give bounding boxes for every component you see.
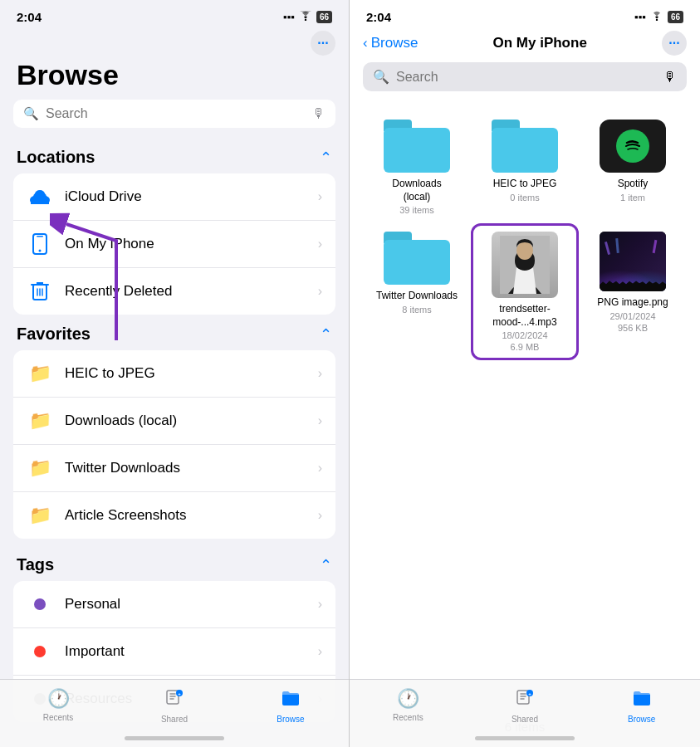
favorites-chevron[interactable]: ⌃ — [320, 325, 332, 344]
on-my-iphone-label: On My iPhone — [65, 236, 318, 252]
locations-header: Locations ⌃ — [0, 141, 349, 170]
svg-point-8 — [39, 250, 42, 252]
locations-chevron[interactable]: ⌃ — [320, 149, 332, 167]
favorites-title: Favorites — [17, 325, 91, 344]
file-item-twitter-dl[interactable]: Twitter Downloads 8 items — [363, 223, 471, 360]
file-item-heic[interactable]: HEIC to JPEG 0 items — [471, 111, 579, 223]
folder-thumb-heic — [492, 120, 558, 173]
article-fav-label: Article Screenshots — [65, 507, 318, 524]
time-left: 2:04 — [17, 10, 42, 24]
twitter-fav-item[interactable]: 📁 Twitter Downloads › — [13, 445, 335, 492]
file-item-downloads-local[interactable]: Downloads(local) 39 items — [363, 111, 471, 223]
folder-icon-article: 📁 — [27, 502, 53, 529]
nav-title: On My iPhone — [493, 35, 587, 51]
time-right: 2:04 — [366, 10, 391, 24]
file-meta-trendsetter-size: 6.9 MB — [511, 342, 540, 352]
left-panel: 2:04 ▪▪▪ 66 ··· Browse 🔍 🎙 Loca — [0, 0, 350, 747]
file-item-spotify[interactable]: Spotify 1 item — [579, 111, 687, 223]
mic-icon-left[interactable]: 🎙 — [312, 106, 326, 121]
folder-thumb-twitter — [384, 232, 450, 285]
tab-browse-right[interactable]: Browse — [583, 688, 700, 724]
file-name-heic: HEIC to JPEG — [493, 178, 557, 191]
mic-icon-right[interactable]: 🎙 — [663, 70, 677, 85]
file-name-png: PNG image.png — [597, 296, 668, 310]
signal-icon: ▪▪▪ — [283, 11, 295, 23]
trash-icon — [27, 278, 53, 305]
top-bar-right: ··· — [0, 27, 349, 56]
shared-label-left: Shared — [161, 715, 188, 724]
file-name-spotify: Spotify — [618, 178, 649, 191]
file-grid: Downloads(local) 39 items HEIC to JPEG 0… — [350, 105, 700, 706]
folder-icon-downloads: 📁 — [27, 408, 53, 434]
tab-shared-left[interactable]: + Shared — [116, 688, 233, 724]
svg-text:+: + — [528, 691, 531, 696]
recents-icon-right: 🕐 — [397, 688, 419, 710]
search-input-left[interactable] — [46, 106, 306, 121]
svg-rect-5 — [31, 199, 49, 204]
mp3-person-art — [492, 232, 558, 298]
tab-recents-left[interactable]: 🕐 Recents — [0, 688, 116, 722]
file-meta-png-date: 29/01/2024 — [609, 311, 655, 321]
tags-chevron[interactable]: ⌃ — [320, 556, 332, 574]
file-name-twitter: Twitter Downloads — [376, 290, 458, 303]
back-chevron-icon: ‹ — [363, 35, 368, 51]
icloud-drive-label: iCloud Drive — [65, 188, 318, 205]
spotify-thumb — [600, 120, 666, 173]
svg-point-6 — [35, 190, 45, 198]
recents-label-left: Recents — [43, 713, 74, 722]
back-button[interactable]: ‹ Browse — [363, 35, 418, 51]
file-meta-heic: 0 items — [510, 193, 539, 203]
important-tag-item[interactable]: Important › — [13, 628, 335, 676]
folder-icon-heic: 📁 — [27, 360, 53, 387]
personal-tag-item[interactable]: Personal › — [13, 581, 335, 628]
more-button-right[interactable]: ··· — [662, 31, 687, 56]
recently-deleted-label: Recently Deleted — [65, 283, 318, 300]
wifi-icon-right — [650, 11, 663, 23]
downloads-fav-item[interactable]: 📁 Downloads (local) › — [13, 398, 335, 445]
status-icons-left: ▪▪▪ 66 — [283, 11, 332, 23]
article-fav-item[interactable]: 📁 Article Screenshots › — [13, 492, 335, 539]
svg-rect-9 — [37, 236, 43, 237]
locations-list: iCloud Drive › On My iPhone › — [13, 173, 335, 315]
recents-label-right: Recents — [393, 713, 423, 722]
battery-right: 66 — [668, 11, 683, 23]
shared-badge-left: + — [164, 688, 184, 711]
home-indicator-right — [475, 736, 575, 740]
heic-jpeg-fav-item[interactable]: 📁 HEIC to JPEG › — [13, 350, 335, 398]
png-thumb — [600, 232, 666, 291]
file-item-trendsetter[interactable]: trendsetter-mood-...4.mp3 18/02/2024 6.9… — [471, 223, 579, 360]
tab-recents-right[interactable]: 🕐 Recents — [350, 688, 467, 722]
file-meta-spotify: 1 item — [620, 193, 645, 203]
spotify-logo — [616, 129, 649, 163]
phone-icon — [27, 231, 53, 257]
signal-icon-right: ▪▪▪ — [634, 11, 646, 23]
status-icons-right: ▪▪▪ 66 — [634, 11, 683, 23]
shared-label-right: Shared — [512, 715, 538, 724]
favorites-list: 📁 HEIC to JPEG › 📁 Downloads (local) › 📁… — [13, 350, 335, 539]
file-name-downloads: Downloads(local) — [392, 178, 441, 203]
on-my-iphone-chevron: › — [318, 237, 322, 251]
wifi-icon — [299, 11, 312, 23]
search-input-right[interactable] — [396, 70, 657, 85]
on-my-iphone-item[interactable]: On My iPhone › — [13, 221, 335, 268]
search-icon-left: 🔍 — [23, 106, 39, 121]
search-bar-left[interactable]: 🔍 🎙 — [13, 100, 335, 128]
file-meta-twitter: 8 items — [402, 305, 431, 315]
twitter-fav-label: Twitter Downloads — [65, 460, 318, 476]
icloud-drive-item[interactable]: iCloud Drive › — [13, 173, 335, 221]
more-button-left[interactable]: ··· — [311, 31, 335, 56]
folder-icon-twitter: 📁 — [27, 455, 53, 481]
search-icon-right: 🔍 — [373, 69, 389, 85]
heic-jpeg-fav-label: HEIC to JPEG — [65, 365, 318, 382]
search-bar-right[interactable]: 🔍 🎙 — [363, 62, 687, 91]
svg-point-15 — [656, 19, 658, 21]
file-item-png[interactable]: PNG image.png 29/01/2024 956 KB — [579, 223, 687, 360]
recently-deleted-chevron: › — [318, 284, 322, 299]
recently-deleted-item[interactable]: Recently Deleted › — [13, 268, 335, 315]
status-bar-left: 2:04 ▪▪▪ 66 — [0, 0, 349, 27]
tab-shared-right[interactable]: + Shared — [467, 688, 584, 724]
tab-browse-left[interactable]: Browse — [233, 688, 349, 724]
browse-label-left: Browse — [277, 715, 304, 724]
tags-header: Tags ⌃ — [0, 549, 349, 578]
svg-text:+: + — [178, 691, 181, 696]
